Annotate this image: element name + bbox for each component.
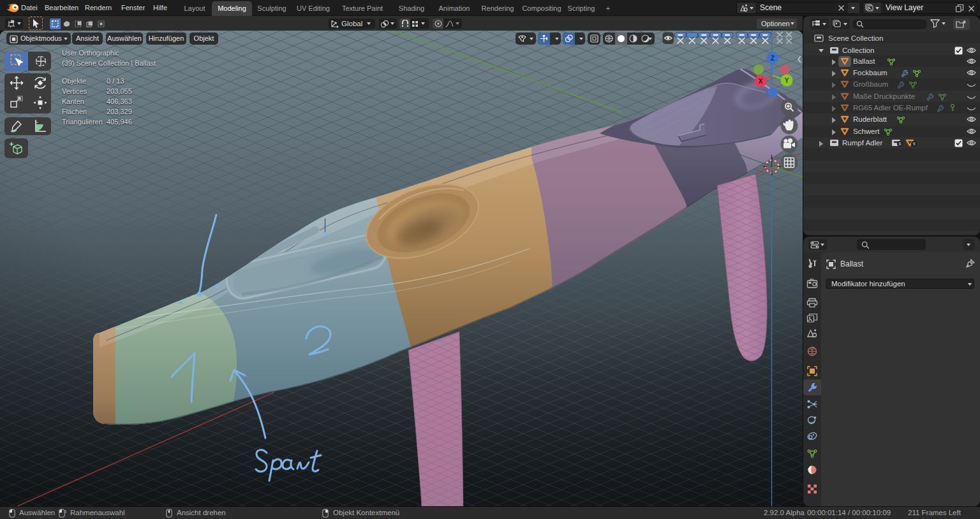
svg-text:Y: Y xyxy=(785,77,789,84)
svg-text:X: X xyxy=(759,78,763,85)
svg-text:Z: Z xyxy=(771,55,775,62)
